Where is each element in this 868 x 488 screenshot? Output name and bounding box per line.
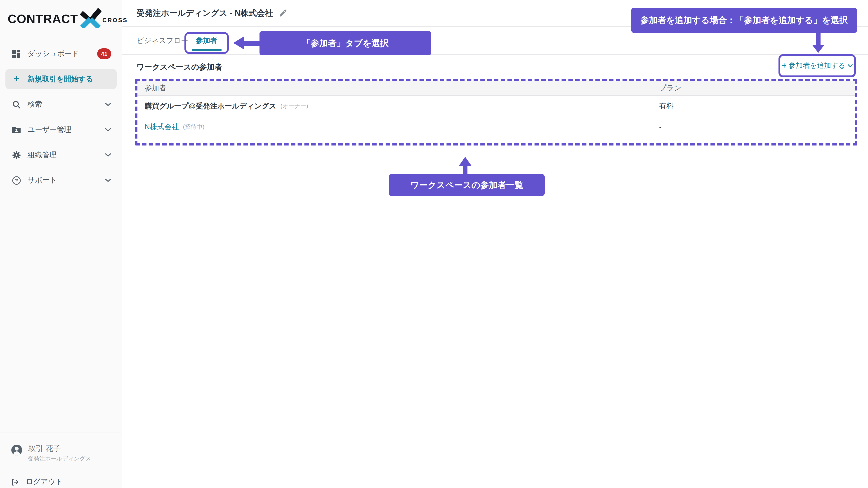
add-participant-button[interactable]: + 参加者を追加する xyxy=(778,54,856,77)
logout-label: ログアウト xyxy=(26,477,63,487)
participant-name-link[interactable]: N株式会社 xyxy=(145,122,179,132)
main-area: 受発注ホールディングス - N株式会社 ビジネスフロー 参加者 ワークスペースの… xyxy=(122,0,868,488)
annotation-add-callout: 参加者を追加する場合：「参加者を追加する」を選択 xyxy=(631,8,857,33)
sidebar-nav: ダッシュボード 41 + 新規取引を開始する 検索 xyxy=(0,44,122,190)
brand-x-icon xyxy=(79,8,102,28)
sidebar-item-label: 組織管理 xyxy=(28,150,57,160)
column-header-plan: プラン xyxy=(659,84,681,93)
folder-user-icon xyxy=(11,126,22,133)
participant-status: (招待中) xyxy=(183,123,204,131)
avatar xyxy=(11,444,23,456)
annotation-table-highlight-box: 参加者 プラン 購買グループ@受発注ホールディングス (オーナー) 有料 N株式… xyxy=(135,79,857,145)
annotation-arrow-left-head xyxy=(233,37,244,49)
table-row: 購買グループ@受発注ホールディングス (オーナー) 有料 xyxy=(137,96,855,117)
annotation-arrow-up-head xyxy=(459,157,471,166)
brand-logo-text: CONTRACT xyxy=(8,12,78,26)
user-info: 取引 花子 受発注ホールディングス xyxy=(11,444,121,463)
participant-status: (オーナー) xyxy=(281,102,308,110)
annotation-table-callout: ワークスペースの参加者一覧 xyxy=(389,174,545,196)
sidebar: CONTRACT CROSS ダッシュボード 41 xyxy=(0,0,122,488)
column-header-participant: 参加者 xyxy=(145,84,166,93)
notification-badge: 41 xyxy=(97,48,111,59)
annotation-arrow-down-shaft xyxy=(816,33,820,45)
plus-icon: + xyxy=(11,74,22,84)
participant-name: 購買グループ@受発注ホールディングス xyxy=(145,101,276,111)
sidebar-item-org-management[interactable]: 組織管理 xyxy=(5,145,117,165)
chevron-down-icon xyxy=(848,64,852,67)
chevron-down-icon xyxy=(105,103,111,106)
annotation-tab-highlight-ring xyxy=(184,32,229,54)
user-organization: 受発注ホールディングス xyxy=(28,455,91,463)
sidebar-item-label: ユーザー管理 xyxy=(28,125,71,134)
user-block: 取引 花子 受発注ホールディングス ログアウト xyxy=(0,432,121,487)
add-participant-label: 参加者を追加する xyxy=(789,61,845,70)
tab-business-flow[interactable]: ビジネスフロー xyxy=(136,27,188,55)
annotation-arrow-up-shaft xyxy=(463,165,467,174)
chevron-down-icon xyxy=(105,128,111,131)
search-icon xyxy=(11,100,22,109)
participant-plan: - xyxy=(659,123,662,131)
gear-icon xyxy=(11,151,22,159)
logout-icon xyxy=(11,478,19,486)
annotation-tab-callout: 「参加者」タブを選択 xyxy=(259,31,431,55)
edit-pencil-icon[interactable] xyxy=(278,8,287,18)
dashboard-icon xyxy=(11,50,22,58)
user-name: 取引 花子 xyxy=(28,444,91,453)
brand-logo[interactable]: CONTRACT CROSS xyxy=(8,10,128,28)
chevron-down-icon xyxy=(105,153,111,157)
sidebar-item-label: 新規取引を開始する xyxy=(28,74,93,84)
logout-button[interactable]: ログアウト xyxy=(11,477,121,487)
table-row: N株式会社 (招待中) - xyxy=(137,117,855,137)
sidebar-item-search[interactable]: 検索 xyxy=(5,94,117,114)
chevron-down-icon xyxy=(105,178,111,182)
help-icon: ? xyxy=(11,176,22,185)
page-title: 受発注ホールディングス - N株式会社 xyxy=(136,8,273,19)
plus-icon: + xyxy=(782,61,786,70)
annotation-arrow-left-shaft xyxy=(244,41,259,45)
sidebar-item-new-transaction[interactable]: + 新規取引を開始する xyxy=(5,69,117,89)
section-title: ワークスペースの参加者 xyxy=(136,62,222,72)
annotation-arrow-down-head xyxy=(812,45,824,53)
sidebar-item-label: サポート xyxy=(28,175,57,185)
sidebar-item-support[interactable]: ? サポート xyxy=(5,170,117,190)
table-header-row: 参加者 プラン xyxy=(137,81,855,96)
svg-text:?: ? xyxy=(15,177,18,183)
sidebar-item-user-management[interactable]: ユーザー管理 xyxy=(5,120,117,140)
sidebar-item-label: ダッシュボード xyxy=(28,49,79,59)
sidebar-item-label: 検索 xyxy=(28,100,42,109)
participant-plan: 有料 xyxy=(659,101,674,111)
app-root: CONTRACT CROSS ダッシュボード 41 xyxy=(0,0,868,488)
sidebar-item-dashboard[interactable]: ダッシュボード 41 xyxy=(5,44,117,64)
tab-label: ビジネスフロー xyxy=(136,36,188,45)
